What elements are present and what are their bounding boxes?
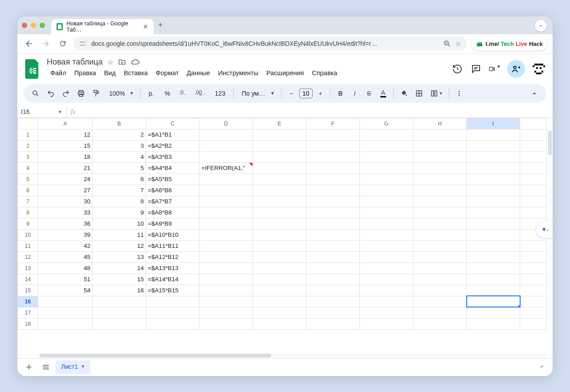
cell-G16[interactable] (360, 296, 413, 307)
cell-I11[interactable] (467, 240, 520, 251)
cell-A18[interactable] (38, 318, 93, 329)
cell-D16[interactable] (200, 296, 253, 307)
zoom-icon[interactable] (443, 40, 451, 48)
sheets-logo-icon[interactable] (24, 57, 41, 81)
cell-C15[interactable]: =$A15*B15 (146, 285, 200, 296)
cell-D15[interactable] (200, 285, 253, 296)
cell-E6[interactable] (253, 185, 306, 196)
cell-C12[interactable]: =$A12*B12 (146, 251, 200, 263)
cell-I8[interactable] (467, 207, 520, 218)
cell-B14[interactable]: 15 (93, 274, 146, 285)
percent-button[interactable]: % (160, 87, 174, 100)
share-button[interactable] (507, 60, 525, 78)
cell-D1[interactable] (200, 129, 253, 140)
cell-F9[interactable] (306, 218, 360, 229)
cell-H14[interactable] (413, 274, 467, 285)
add-sheet-button[interactable] (22, 360, 36, 374)
cell-H16[interactable] (413, 296, 467, 307)
cell-I3[interactable] (467, 151, 520, 162)
cell-G12[interactable] (360, 251, 413, 263)
cell-C18[interactable] (146, 318, 200, 329)
cell-H9[interactable] (413, 218, 467, 229)
cell-I5[interactable] (467, 174, 520, 185)
cell-C6[interactable]: =$A6*B6 (146, 185, 200, 196)
cell-G15[interactable] (360, 285, 413, 296)
row-header-2[interactable]: 2 (18, 140, 38, 151)
col-header-A[interactable]: A (38, 118, 93, 129)
row-header-11[interactable]: 11 (18, 240, 38, 251)
cell-A4[interactable]: 21 (38, 162, 93, 174)
increase-font-button[interactable]: + (314, 87, 327, 100)
cell-D11[interactable] (200, 240, 253, 251)
row-header-1[interactable]: 1 (18, 129, 38, 140)
cell-A1[interactable]: 12 (38, 129, 93, 140)
menu-вставка[interactable]: Вставка (120, 68, 151, 78)
cell-H10[interactable] (413, 229, 467, 240)
cell-I18[interactable] (467, 318, 520, 329)
tab-list-button[interactable] (535, 20, 546, 32)
cell-H13[interactable] (413, 263, 467, 274)
reload-button[interactable] (57, 40, 69, 48)
row-header-7[interactable]: 7 (18, 196, 38, 207)
cell-H1[interactable] (413, 129, 467, 140)
cell-E9[interactable] (253, 218, 306, 229)
doc-title[interactable]: Новая таблица (47, 57, 103, 67)
cell-C16[interactable] (146, 296, 200, 307)
cell-B11[interactable]: 12 (93, 240, 146, 251)
cell-B18[interactable] (93, 318, 146, 329)
cell-C17[interactable] (146, 307, 200, 318)
side-panel-toggle[interactable]: ✦• (536, 221, 553, 238)
star-icon[interactable]: ☆ (107, 58, 114, 66)
text-color-button[interactable]: A (377, 86, 390, 100)
menu-расширения[interactable]: Расширения (263, 68, 307, 78)
cell-A14[interactable]: 51 (38, 274, 93, 285)
cell-B12[interactable]: 13 (93, 251, 146, 263)
cell-E7[interactable] (253, 196, 306, 207)
cell-I4[interactable] (467, 162, 520, 174)
cell-H11[interactable] (413, 240, 467, 251)
sheet-tab[interactable]: Лист1 ▼ (56, 360, 90, 374)
history-icon[interactable] (451, 64, 464, 74)
cell-D18[interactable] (200, 318, 253, 329)
cell-B7[interactable]: 8 (93, 196, 146, 207)
cell-I1[interactable] (467, 129, 520, 140)
cell-E17[interactable] (253, 307, 306, 318)
cell-I14[interactable] (467, 274, 520, 285)
horizontal-scrollbar[interactable] (38, 353, 546, 358)
borders-button[interactable] (412, 87, 426, 100)
row-header-3[interactable]: 3 (18, 151, 38, 162)
cell-A6[interactable]: 27 (38, 185, 93, 196)
cell-I12[interactable] (467, 251, 520, 263)
cell-G2[interactable] (360, 140, 413, 151)
col-header-E[interactable]: E (253, 118, 306, 129)
row-header-15[interactable]: 15 (18, 285, 38, 296)
cell-B9[interactable]: 10 (93, 218, 146, 229)
cell-C11[interactable]: =$A11*B11 (146, 240, 200, 251)
explore-button[interactable] (535, 360, 548, 374)
col-header-I[interactable]: I (467, 118, 520, 129)
more-formats-button[interactable]: 123 (211, 87, 230, 100)
merge-cells-button[interactable]: ▼ (428, 87, 446, 100)
cell-E10[interactable] (253, 229, 306, 240)
cell-D3[interactable] (200, 151, 253, 162)
site-info-icon[interactable] (79, 40, 87, 48)
cell-C3[interactable]: =$A3*B3 (146, 151, 200, 162)
cell-F11[interactable] (306, 240, 360, 251)
cell-B10[interactable]: 11 (93, 229, 146, 240)
account-avatar[interactable] (531, 61, 546, 77)
move-icon[interactable] (118, 58, 126, 66)
row-header-4[interactable]: 4 (18, 162, 38, 174)
more-toolbar-button[interactable] (453, 87, 465, 100)
search-menu-icon[interactable] (29, 87, 42, 100)
cell-D13[interactable] (200, 263, 253, 274)
cell-E14[interactable] (253, 274, 306, 285)
cell-F17[interactable] (306, 307, 360, 318)
cell-A3[interactable]: 18 (38, 151, 93, 162)
cell-F3[interactable] (306, 151, 360, 162)
menu-правка[interactable]: Правка (71, 68, 100, 78)
cell-E5[interactable] (253, 174, 306, 185)
cell-H5[interactable] (413, 174, 467, 185)
cell-E13[interactable] (253, 263, 306, 274)
cell-D14[interactable] (200, 274, 253, 285)
cell-G17[interactable] (360, 307, 413, 318)
